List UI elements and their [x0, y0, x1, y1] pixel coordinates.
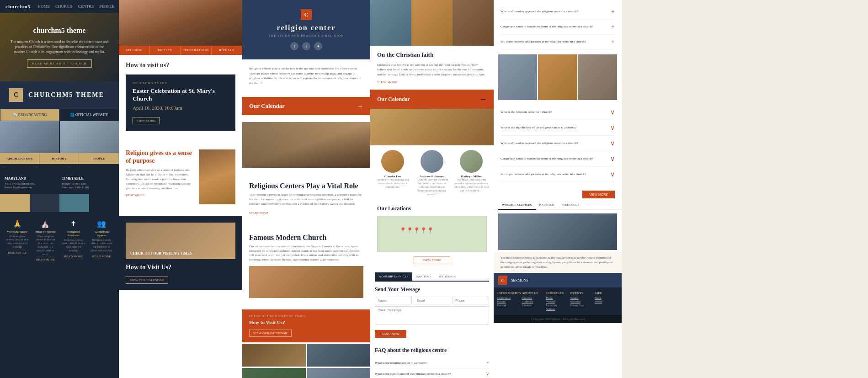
faq-toggle-0[interactable]: + [486, 360, 489, 365]
panel5-faq-list: Who is allowed to approach the religious… [494, 0, 622, 54]
panel1-broadcasting-btn[interactable]: 📡 BROADCASTING [0, 109, 59, 121]
footer-link-churches[interactable]: Churches [522, 297, 545, 299]
panel5-faq-icon-1[interactable]: + [611, 23, 615, 31]
tab-worship-services[interactable]: WORSHIP SERVICES [375, 272, 412, 281]
panel4-faith-desc: Christians also believe in the concept o… [377, 63, 487, 77]
tab-weddings[interactable]: WEDDINGS [435, 272, 459, 281]
send-button[interactable]: SEND NOW [375, 330, 406, 338]
worship-icon: 🙏 [5, 219, 29, 228]
tab-rituals[interactable]: RITUALS [212, 46, 243, 55]
panel3-calendar-btn[interactable]: VIEW OUR CALENDAR [249, 330, 292, 337]
panel2-event-card: UPCOMING EVENT Easter Celebration at St.… [126, 75, 235, 131]
panel4-worship-tabs: WORSHIP SERVICES BAPTISMS WEDDINGS [375, 272, 489, 282]
panel1-website-btn[interactable]: 🌐 OFFICIAL WEBSITE [59, 109, 119, 121]
panel5-faq-icon-2[interactable]: + [611, 38, 615, 46]
footer-link-home[interactable]: Home [595, 297, 618, 299]
panel5-faq-icon-6[interactable]: ∨ [610, 155, 615, 163]
footer-link-help[interactable]: Help Center [497, 297, 521, 299]
footer-link-missions[interactable]: Missions [570, 300, 594, 303]
panel5-faq-icon-0[interactable]: + [611, 8, 615, 16]
message-input[interactable] [375, 306, 489, 325]
tab-celebrations[interactable]: CELEBRATIONS [181, 46, 212, 55]
panel3-social-icons: f t ✦ [251, 42, 361, 50]
panel5-faq-icon-3[interactable]: ∨ [610, 108, 615, 116]
nav-centre[interactable]: CENTRE [78, 4, 94, 9]
panel5-faq-icon-7[interactable]: ∨ [610, 170, 615, 178]
tab-weddings[interactable]: WEDDINGS [559, 201, 583, 209]
footer-link-forums[interactable]: Forums [497, 300, 521, 303]
instagram-icon[interactable]: ✦ [314, 42, 322, 50]
phone-input[interactable] [452, 297, 489, 304]
panel4-images-row [370, 0, 494, 46]
feature-read-more-2[interactable]: READ MORE [62, 255, 85, 258]
footer-link-phone[interactable]: Phone [546, 297, 570, 299]
feature-worship-desc: Most religious centers have an altar des… [5, 235, 29, 249]
panel3-thumb-2 [307, 344, 371, 367]
nav-architecture[interactable]: ARCHITECTURE [0, 153, 40, 164]
panel5-faq-icon-4[interactable]: ∨ [610, 124, 615, 132]
panel3-start-now-btn[interactable]: START NOW! [249, 211, 363, 215]
panel2-visit-title: How to Visit Us? [126, 264, 235, 271]
panel3-visit-times: CHECK OUT OUR VISITING TIMES How to Visi… [242, 309, 370, 342]
panel2-religion-image [199, 149, 235, 204]
footer-link-number[interactable]: Number [546, 308, 570, 310]
name-input[interactable] [375, 297, 412, 304]
feature-read-more-1[interactable]: READ MORE [34, 258, 58, 261]
footer-link-sunday[interactable]: Sunday [570, 297, 594, 299]
feature-read-more-3[interactable]: READ MORE [90, 255, 114, 258]
panel3-thumb-3 [242, 368, 306, 378]
person-name-kathryn: Kathryn Miller [453, 175, 489, 178]
panel3-site-title: religion center [251, 24, 361, 32]
panel3-vital-desc: They provide a physical space for worshi… [249, 193, 363, 206]
panel4-view-more-btn[interactable]: VIEW MORE [414, 256, 450, 264]
tab-priests[interactable]: PRIESTS [150, 46, 181, 55]
panel5-worship-tabs: WORSHIP SERVICES BAPTISMS WEDDINGS [494, 201, 622, 210]
panel3-calendar-bar[interactable]: Our Calendar → [242, 97, 370, 115]
nav-home[interactable]: HOME [37, 4, 50, 9]
panel4-view-more[interactable]: VIEW MORE: [377, 80, 487, 84]
twitter-icon[interactable]: t [302, 42, 310, 50]
footer-link-priests[interactable]: Priests [595, 300, 618, 303]
panel5-faq-icon-5[interactable]: ∨ [610, 139, 615, 147]
nav-church[interactable]: CHURCH [55, 4, 73, 9]
facebook-icon[interactable]: f [290, 42, 298, 50]
feature-read-more-0[interactable]: READ MORE [5, 251, 29, 255]
footer-col-life: Life Home Priests [595, 291, 618, 311]
tab-religion[interactable]: RELIGION [119, 46, 150, 55]
footer-col-contacts-title: CONTACTS [546, 291, 570, 295]
footer-link-addresses[interactable]: Addresses [522, 300, 545, 303]
panel2-event-cta[interactable]: VIEW MORE: [133, 117, 160, 124]
panel2-religion-desc: Helping others can give us a sense of pu… [126, 168, 194, 191]
feature-altar-title: Altar or Shrine [34, 230, 58, 234]
footer-link-website[interactable]: Website [546, 300, 570, 303]
panel1-images-grid [0, 121, 119, 153]
panel2-event-label: UPCOMING EVENT [133, 81, 229, 85]
faq-toggle-1[interactable]: ∨ [486, 371, 489, 376]
nav-people[interactable]: PEOPLE [99, 4, 114, 9]
panel3-vital-section: Religious Centers Play a Vital Role They… [242, 175, 370, 222]
sermons-c-icon: C [498, 276, 507, 285]
tab-baptisms[interactable]: BAPTISMS [536, 201, 559, 209]
panel1-read-more-btn[interactable]: READ MORE ABOUT CHURCH [27, 59, 91, 68]
panel2-religion-read-more[interactable]: READ MORE: [126, 193, 194, 197]
footer-link-locations[interactable]: Locations [546, 304, 570, 307]
tab-worship[interactable]: WORSHIP SERVICES [498, 201, 536, 210]
tab-baptisms[interactable]: BAPTISMS [412, 272, 435, 281]
faq-question-1: What is the significance of the religiou… [375, 372, 486, 376]
footer-link-history[interactable]: History Day [570, 304, 594, 307]
footer-link-site[interactable]: Our site [497, 304, 521, 307]
panel1-hero: churchm5 theme The modern Church is a te… [0, 13, 119, 81]
panel5-church-exterior-image [498, 213, 617, 250]
nav-people[interactable]: PEOPLE [79, 153, 119, 164]
person-name-claudia: Claudia Lee [375, 175, 410, 178]
panel4-faith-content: On the Christian faith Christians also b… [370, 46, 494, 90]
email-input[interactable] [414, 297, 451, 304]
footer-col-events: EVENTS Sunday Missions History Day [570, 291, 594, 311]
panel5-view-more-btn[interactable]: VIEW MORE [582, 191, 615, 198]
panel4-calendar-bar[interactable]: Our Calendar → [370, 90, 494, 109]
footer-link-calendar[interactable]: Calendar [522, 304, 545, 307]
panel2-visit-cta[interactable]: VIEW OUR CALENDAR [126, 275, 235, 283]
nav-history[interactable]: HISTORY [40, 153, 80, 164]
panel5-view-more-area: VIEW MORE [494, 187, 622, 201]
panel-faq-extended: Who is allowed to approach the religious… [494, 0, 622, 378]
